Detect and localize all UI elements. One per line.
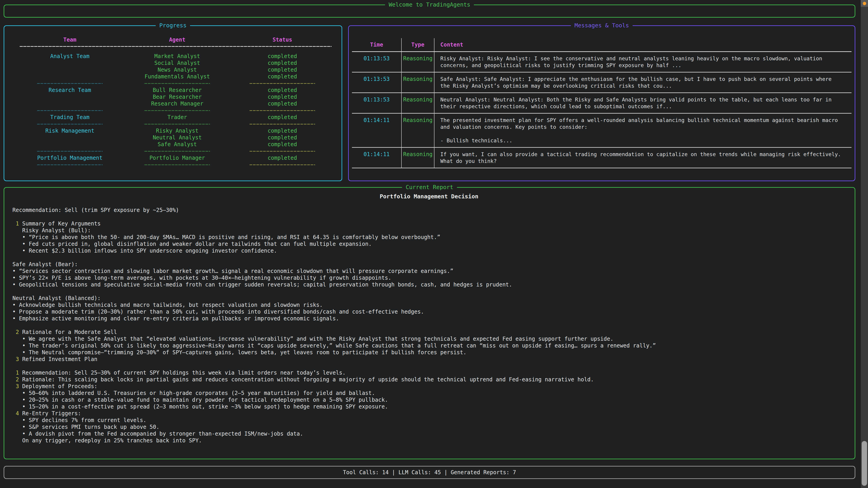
section-separator (18, 148, 342, 155)
list-number: 3 (12, 356, 22, 362)
progress-panel-title: Progress (156, 22, 190, 29)
messages-panel: Messages & Tools Time Type Content 01:13… (348, 25, 855, 181)
report-text: Rationale: This scaling back locks in pa… (22, 377, 594, 383)
status-cell: completed (232, 134, 332, 141)
report-text: • We agree with the Safe Analyst that “e… (12, 336, 614, 342)
section-separator (18, 107, 342, 114)
report-line: • A dovish pivot from the Fed accompanie… (12, 430, 846, 437)
table-row: Trading Team Trader completed (18, 114, 342, 121)
report-line: • The trader’s original 50% cut is likel… (12, 342, 846, 349)
report-text: • 15–20% in a cost-effective put spread … (12, 403, 388, 410)
scrollbar-thumb[interactable] (862, 441, 867, 486)
table-row: Neutral Analyst completed (18, 134, 342, 141)
agent-cell: Social Analyst (122, 60, 232, 66)
message-type: Reasoning (402, 113, 434, 147)
report-line: 2 Rationale for a Moderate Sell (12, 329, 846, 335)
agent-cell: Trader (122, 114, 232, 121)
report-line: 3 Refined Investment Plan (12, 356, 846, 363)
team-cell (18, 94, 122, 100)
team-cell: Portfolio Management (18, 155, 122, 161)
report-line (12, 200, 846, 207)
status-cell: completed (232, 94, 332, 100)
status-cell: completed (232, 73, 332, 80)
report-panel-title: Current Report (402, 184, 457, 191)
table-row: Portfolio Management Portfolio Manager c… (18, 155, 342, 161)
report-text: • The trader’s original 50% cut is likel… (12, 343, 656, 349)
status-cell: completed (232, 127, 332, 134)
list-number: 3 (12, 383, 22, 390)
column-header-agent: Agent (122, 36, 232, 43)
report-line: 1 Recommendation: Sell 25–30% of current… (12, 369, 846, 376)
progress-table: Team Agent Status Analyst Team Market An… (4, 26, 342, 168)
message-content: If you want, I can also provide a tactic… (434, 148, 851, 168)
column-header-team: Team (18, 36, 122, 43)
report-text: • 20–25% in cash or a stable-value fund … (12, 397, 388, 403)
report-text: • A dovish pivot from the Fed accompanie… (12, 431, 303, 437)
message-content: Safe Analyst: Safe Analyst: I appreciate… (434, 72, 851, 92)
report-line: Safe Analyst (Bear): (12, 261, 846, 268)
message-row: 01:13:53 Reasoning Neutral Analyst: Neut… (352, 93, 851, 113)
message-type: Reasoning (402, 52, 434, 72)
report-line: • SPY declines 7% from current levels. (12, 417, 846, 424)
report-line: • SPY’s 22× P/E is above long-term avera… (12, 274, 846, 281)
message-row: 01:14:11 Reasoning If you want, I can al… (352, 148, 851, 168)
scrollbar-track[interactable] (861, 0, 868, 488)
agent-cell: Market Analyst (122, 53, 232, 60)
team-cell: Research Team (18, 87, 122, 94)
report-line: • 20–25% in cash or a stable-value fund … (12, 396, 846, 403)
report-line: • Fed cuts priced in, global disinflatio… (12, 240, 846, 248)
report-text: • “Services sector contraction and slowi… (12, 268, 454, 274)
report-line: Recommendation: Sell (trim SPY exposure … (12, 207, 846, 214)
report-text: • Propose a moderate trim (20–30%) rathe… (12, 308, 424, 315)
report-line (12, 363, 846, 369)
report-text: Re-Entry Triggers: (22, 410, 81, 417)
report-line (12, 254, 846, 261)
progress-panel: Progress Team Agent Status Analyst Team … (4, 25, 342, 181)
team-cell (18, 66, 122, 73)
report-line: 4 Re-Entry Triggers: (12, 410, 846, 417)
team-cell (18, 134, 122, 141)
report-line: Neutral Analyst (Balanced): (12, 295, 846, 302)
report-text: • “Price is above both the 50- and 200-d… (12, 234, 440, 240)
status-cell: completed (232, 155, 332, 161)
report-text: • SPY declines 7% from current levels. (12, 417, 146, 423)
agent-cell: Neutral Analyst (122, 134, 232, 141)
message-time: 01:13:53 (352, 52, 402, 72)
table-row: Fundamentals Analyst completed (18, 73, 342, 80)
report-line: • The Neutral compromise—“trimming 20–30… (12, 349, 846, 356)
report-text: Recommendation: Sell 25–30% of current S… (22, 369, 345, 376)
section-separator (18, 161, 342, 168)
team-cell (18, 100, 122, 107)
report-body: Portfolio Management Decision Recommenda… (4, 188, 855, 444)
column-header-time: Time (352, 38, 402, 51)
report-line: • 15–20% in a cost-effective put spread … (12, 403, 846, 410)
report-line: • Acknowledge bullish technicals and mac… (12, 302, 846, 308)
notification-dot-icon (863, 2, 866, 5)
report-text: • Geopolitical tensions and speculative … (12, 282, 512, 288)
team-cell (18, 60, 122, 66)
message-time: 01:14:11 (352, 148, 402, 168)
column-header-content: Content (434, 38, 851, 51)
table-row: Analyst Team Market Analyst completed (18, 53, 342, 60)
message-content: Neutral Analyst: Neutral Analyst: Both t… (434, 93, 851, 113)
report-line (12, 322, 846, 329)
report-heading: Portfolio Management Decision (12, 193, 846, 200)
report-line: • 50–60% into laddered U.S. Treasuries o… (12, 390, 846, 396)
status-cell: completed (232, 87, 332, 94)
status-cell: completed (232, 60, 332, 66)
status-cell: completed (232, 53, 332, 60)
messages-header-row: Time Type Content (352, 38, 851, 52)
report-text: Summary of Key Arguments (22, 221, 101, 227)
report-text: On any trigger, redeploy in 25% tranches… (12, 437, 202, 444)
message-row: 01:13:53 Reasoning Safe Analyst: Safe An… (352, 72, 851, 93)
table-row: Bear Researcher completed (18, 94, 342, 100)
list-number: 2 (12, 329, 22, 335)
scrollback-indicator (861, 0, 868, 7)
agent-cell: News Analyst (122, 66, 232, 73)
report-line: Risky Analyst (Bull): (12, 227, 846, 234)
report-line: On any trigger, redeploy in 25% tranches… (12, 437, 846, 444)
report-line: • Recent $2.3 billion inflows into SPY u… (12, 248, 846, 254)
report-line (12, 288, 846, 295)
footer-stats-panel: Tool Calls: 14 | LLM Calls: 45 | Generat… (4, 466, 855, 479)
column-header-type: Type (402, 38, 434, 51)
